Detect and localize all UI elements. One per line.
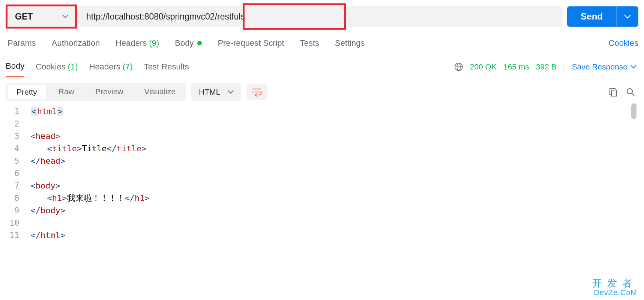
line-gutter: 1234567891011	[9, 105, 31, 241]
response-headers-count: (7)	[123, 62, 133, 71]
view-mode-segment: Pretty Raw Preview Visualize	[6, 83, 186, 101]
response-tab-test-results[interactable]: Test Results	[144, 62, 189, 77]
http-method-select[interactable]: GET	[8, 6, 75, 27]
tab-authorization[interactable]: Authorization	[52, 38, 100, 48]
code-content: <html> <head> <title>Title</title> </hea…	[31, 105, 150, 241]
send-button[interactable]: Send	[567, 6, 616, 27]
tab-headers-count: (9)	[149, 38, 159, 48]
response-tabs-row: Body Cookies (1) Headers (7) Test Result…	[0, 55, 644, 77]
cookies-link[interactable]: Cookies	[609, 38, 638, 48]
response-language-label: HTML	[199, 87, 220, 96]
save-response-button[interactable]: Save Response	[563, 62, 636, 71]
chevron-down-icon	[630, 65, 636, 69]
http-method-label: GET	[15, 12, 33, 22]
scrollbar-thumb[interactable]	[631, 103, 636, 119]
save-response-label: Save Response	[572, 62, 627, 71]
url-text: http://localhost:8080/springmvc02/restfu…	[77, 12, 245, 22]
globe-icon[interactable]	[454, 62, 463, 71]
view-pretty[interactable]: Pretty	[7, 84, 47, 100]
search-icon[interactable]	[626, 87, 635, 96]
response-cookies-label: Cookies	[36, 62, 65, 71]
send-dropdown[interactable]	[616, 6, 638, 27]
url-highlight-box	[243, 3, 346, 30]
tab-headers[interactable]: Headers (9)	[116, 38, 159, 48]
response-time: 165 ms	[503, 62, 529, 71]
svg-rect-6	[611, 90, 617, 96]
tab-tests[interactable]: Tests	[300, 38, 319, 48]
response-status-area: 200 OK 165 ms 392 B Save Response	[454, 62, 636, 77]
method-highlight-box: GET	[6, 5, 77, 29]
view-raw[interactable]: Raw	[48, 83, 85, 101]
tab-params[interactable]: Params	[8, 38, 36, 48]
send-button-group: Send	[567, 6, 638, 27]
tab-body-label: Body	[175, 38, 194, 48]
request-tabs: Params Authorization Headers (9) Body Pr…	[0, 33, 644, 55]
view-preview[interactable]: Preview	[85, 83, 134, 101]
response-size: 392 B	[536, 62, 557, 71]
response-body-viewer[interactable]: 1234567891011 <html> <head> <title>Title…	[0, 101, 644, 241]
copy-icon[interactable]	[609, 87, 618, 96]
response-tab-cookies[interactable]: Cookies (1)	[36, 62, 78, 77]
chevron-down-icon	[228, 90, 234, 94]
status-code: 200 OK	[470, 62, 497, 71]
response-tab-body[interactable]: Body	[6, 61, 24, 77]
response-view-controls: Pretty Raw Preview Visualize HTML	[0, 77, 644, 101]
tab-headers-label: Headers	[116, 38, 147, 48]
response-language-select[interactable]: HTML	[191, 83, 241, 101]
tab-body[interactable]: Body	[175, 38, 202, 48]
url-input[interactable]: http://localhost:8080/springmvc02/restfu…	[77, 6, 563, 27]
body-active-dot-icon	[197, 41, 202, 45]
svg-point-7	[627, 89, 632, 94]
response-cookies-count: (1)	[68, 62, 78, 71]
svg-line-8	[632, 93, 634, 96]
tab-settings[interactable]: Settings	[335, 38, 365, 48]
chevron-down-icon	[62, 15, 68, 18]
response-tab-headers[interactable]: Headers (7)	[89, 62, 133, 77]
view-visualize[interactable]: Visualize	[134, 83, 186, 101]
wrap-lines-button[interactable]	[246, 84, 267, 100]
tab-pre-request-script[interactable]: Pre-request Script	[218, 38, 284, 48]
request-url-bar: GET http://localhost:8080/springmvc02/re…	[0, 0, 644, 33]
response-headers-label: Headers	[89, 62, 120, 71]
